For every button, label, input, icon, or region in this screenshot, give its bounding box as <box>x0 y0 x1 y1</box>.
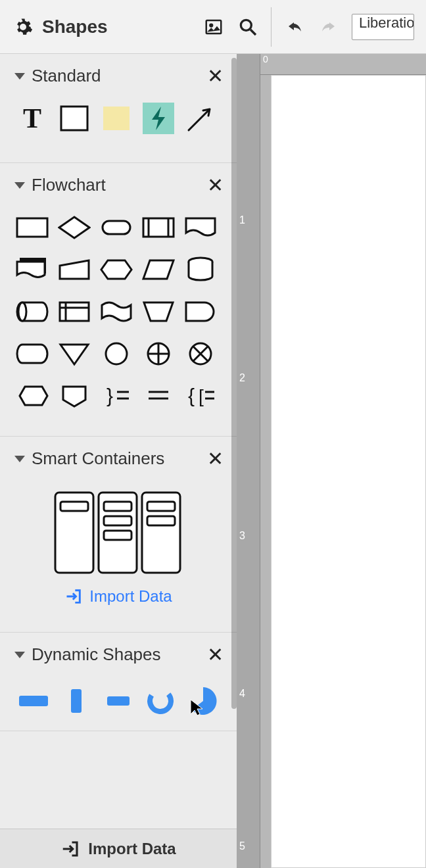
canvas-area: 1 2 3 4 5 0 <box>237 54 426 868</box>
toolbar-divider <box>271 7 272 47</box>
shape-card[interactable] <box>58 379 91 412</box>
shapes-title: Shapes <box>42 16 108 37</box>
shape-arrow[interactable] <box>184 102 217 135</box>
svg-rect-44 <box>71 689 82 713</box>
shape-bolt[interactable] <box>142 102 175 135</box>
redo-icon[interactable] <box>318 16 340 38</box>
section-title: Dynamic Shapes <box>32 644 207 665</box>
section-header-flowchart[interactable]: Flowchart ✕ <box>0 163 237 205</box>
smart-containers-body: Import Data <box>0 478 237 632</box>
shapes-header: Shapes <box>12 16 191 38</box>
shape-internal-storage[interactable] <box>58 295 91 328</box>
ruler-mark: 3 <box>239 530 245 542</box>
ruler-mark: 4 <box>239 688 245 700</box>
ruler-horizontal[interactable]: 0 <box>260 54 426 75</box>
ruler-mark: 1 <box>239 214 245 226</box>
canvas[interactable] <box>271 75 426 868</box>
svg-rect-7 <box>17 218 47 237</box>
close-icon[interactable]: ✕ <box>207 66 224 86</box>
close-icon[interactable]: ✕ <box>207 176 224 195</box>
shape-summing-junction[interactable] <box>142 337 175 370</box>
shape-text[interactable]: T <box>16 102 49 135</box>
shape-decision[interactable] <box>58 211 91 244</box>
flowchart-shapes-grid: } {[ <box>0 205 237 436</box>
shape-delay[interactable] <box>184 295 217 328</box>
font-select[interactable]: Liberation <box>352 14 414 40</box>
shape-merge[interactable] <box>58 337 91 370</box>
shape-off-page[interactable] <box>16 379 49 412</box>
shape-smart-container[interactable] <box>53 490 184 575</box>
section-smart-containers: Smart Containers ✕ <box>0 437 237 633</box>
svg-rect-4 <box>61 107 87 130</box>
search-icon[interactable] <box>237 16 259 38</box>
close-icon[interactable]: ✕ <box>207 449 224 469</box>
shape-predefined-process[interactable] <box>142 211 175 244</box>
shape-direct-data[interactable] <box>16 295 49 328</box>
import-data-link[interactable]: Import Data <box>64 587 172 606</box>
shape-brace-right[interactable]: } <box>100 379 133 412</box>
svg-rect-5 <box>103 107 130 130</box>
section-header-dynamic[interactable]: Dynamic Shapes ✕ <box>0 633 237 674</box>
chevron-down-icon <box>14 456 25 462</box>
shape-display[interactable] <box>16 337 49 370</box>
shape-manual-input[interactable] <box>58 253 91 286</box>
shape-manual-operation[interactable] <box>142 295 175 328</box>
section-flowchart: Flowchart ✕ <box>0 163 237 437</box>
top-toolbar: Shapes Liberation <box>0 0 426 54</box>
shape-data[interactable] <box>142 253 175 286</box>
chevron-down-icon <box>14 182 25 189</box>
ruler-mark: 5 <box>239 840 245 852</box>
svg-rect-42 <box>147 516 175 525</box>
svg-rect-38 <box>104 516 131 525</box>
dynamic-shapes-grid <box>0 674 237 731</box>
shape-document[interactable] <box>184 211 217 244</box>
shape-note[interactable] <box>142 379 175 412</box>
svg-rect-39 <box>104 531 131 540</box>
gear-icon[interactable] <box>12 16 34 38</box>
import-icon <box>60 839 80 859</box>
shape-donut[interactable] <box>145 685 176 717</box>
shape-paper-tape[interactable] <box>100 295 133 328</box>
section-header-smart[interactable]: Smart Containers ✕ <box>0 437 237 478</box>
svg-point-46 <box>146 687 175 715</box>
shape-connector[interactable] <box>100 337 133 370</box>
svg-text:{: { <box>188 385 195 406</box>
svg-rect-43 <box>19 696 48 706</box>
shape-database[interactable] <box>184 253 217 286</box>
svg-rect-45 <box>107 696 130 706</box>
svg-rect-15 <box>60 302 89 321</box>
scrollbar-thumb[interactable] <box>231 58 237 709</box>
undo-icon[interactable] <box>283 16 306 38</box>
ruler-mark: 0 <box>263 54 268 64</box>
svg-text:T: T <box>23 103 41 133</box>
shape-rectangle[interactable] <box>58 102 91 135</box>
shape-bar-v[interactable] <box>60 685 91 717</box>
ruler-mark: 2 <box>239 372 245 384</box>
svg-rect-35 <box>60 502 88 511</box>
svg-point-18 <box>106 343 127 364</box>
svg-point-1 <box>210 24 212 26</box>
shape-sticky-note[interactable] <box>100 102 133 135</box>
shape-bar-h[interactable] <box>18 685 49 717</box>
svg-rect-8 <box>103 221 130 234</box>
svg-text:[: [ <box>199 386 204 406</box>
ruler-vertical[interactable]: 1 2 3 4 5 <box>237 54 260 868</box>
chevron-down-icon <box>14 652 25 658</box>
shape-process[interactable] <box>16 211 49 244</box>
import-icon <box>64 587 83 606</box>
image-icon[interactable] <box>202 16 225 38</box>
shape-preparation[interactable] <box>100 253 133 286</box>
shape-bar-short[interactable] <box>103 685 133 717</box>
shape-terminator[interactable] <box>100 211 133 244</box>
section-header-standard[interactable]: Standard ✕ <box>0 54 237 95</box>
shape-multi-document[interactable] <box>16 253 49 286</box>
section-title: Smart Containers <box>32 448 207 469</box>
bottom-import-button[interactable]: Import Data <box>0 829 237 868</box>
shape-brace-left[interactable]: {[ <box>184 379 217 412</box>
close-icon[interactable]: ✕ <box>207 645 224 665</box>
shape-pie[interactable] <box>188 685 218 717</box>
svg-rect-41 <box>147 502 175 511</box>
section-title: Flowchart <box>32 175 207 195</box>
section-title: Standard <box>32 66 207 86</box>
shape-or[interactable] <box>184 337 217 370</box>
